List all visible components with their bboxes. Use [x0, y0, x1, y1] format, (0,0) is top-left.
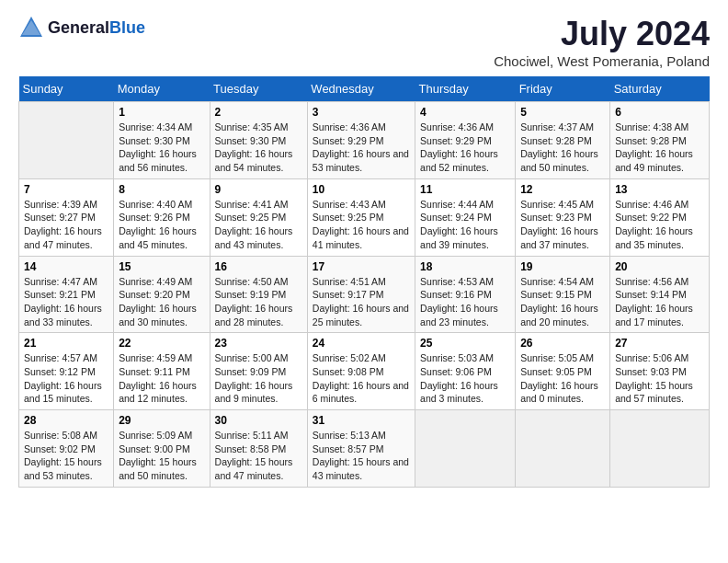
day-number: 4: [420, 106, 510, 119]
day-info: Sunrise: 5:05 AMSunset: 9:05 PMDaylight:…: [520, 351, 605, 406]
day-info: Sunrise: 4:50 AMSunset: 9:19 PMDaylight:…: [215, 275, 302, 329]
day-info: Sunrise: 4:51 AMSunset: 9:17 PMDaylight:…: [313, 275, 410, 329]
calendar-cell: 24Sunrise: 5:02 AMSunset: 9:08 PMDayligh…: [307, 333, 415, 410]
calendar-cell: 3Sunrise: 4:36 AMSunset: 9:29 PMDaylight…: [307, 102, 415, 179]
calendar-cell: 25Sunrise: 5:03 AMSunset: 9:06 PMDayligh…: [415, 333, 516, 410]
day-number: 21: [24, 337, 108, 350]
day-info: Sunrise: 5:06 AMSunset: 9:03 PMDaylight:…: [615, 351, 704, 406]
day-info: Sunrise: 4:40 AMSunset: 9:26 PMDaylight:…: [119, 198, 204, 252]
day-info: Sunrise: 4:53 AMSunset: 9:16 PMDaylight:…: [420, 275, 510, 329]
day-number: 12: [520, 183, 605, 196]
day-number: 31: [313, 414, 410, 427]
day-info: Sunrise: 4:43 AMSunset: 9:25 PMDaylight:…: [313, 198, 410, 252]
calendar-cell: 15Sunrise: 4:49 AMSunset: 9:20 PMDayligh…: [114, 256, 210, 333]
header-day-friday: Friday: [516, 76, 610, 102]
week-row-1: 1Sunrise: 4:34 AMSunset: 9:30 PMDaylight…: [19, 102, 710, 179]
day-number: 24: [313, 337, 410, 350]
day-info: Sunrise: 4:45 AMSunset: 9:23 PMDaylight:…: [520, 198, 605, 252]
calendar-table: SundayMondayTuesdayWednesdayThursdayFrid…: [18, 76, 710, 488]
calendar-header-row: SundayMondayTuesdayWednesdayThursdayFrid…: [19, 76, 710, 102]
calendar-cell: [415, 410, 516, 488]
day-number: 15: [119, 260, 204, 273]
day-info: Sunrise: 4:54 AMSunset: 9:15 PMDaylight:…: [520, 275, 605, 329]
day-number: 20: [615, 260, 704, 273]
day-number: 23: [215, 337, 302, 350]
day-number: 30: [215, 414, 302, 427]
day-number: 18: [420, 260, 510, 273]
calendar-cell: 11Sunrise: 4:44 AMSunset: 9:24 PMDayligh…: [415, 178, 516, 256]
day-info: Sunrise: 5:09 AMSunset: 9:00 PMDaylight:…: [119, 429, 204, 483]
day-info: Sunrise: 4:44 AMSunset: 9:24 PMDaylight:…: [420, 198, 510, 252]
day-number: 26: [520, 337, 605, 350]
day-info: Sunrise: 4:39 AMSunset: 9:27 PMDaylight:…: [24, 198, 108, 252]
calendar-cell: 1Sunrise: 4:34 AMSunset: 9:30 PMDaylight…: [114, 102, 210, 179]
day-number: 1: [119, 106, 204, 119]
subtitle: Chociwel, West Pomerania, Poland: [494, 53, 710, 69]
day-number: 17: [313, 260, 410, 273]
day-number: 19: [520, 260, 605, 273]
calendar-cell: 28Sunrise: 5:08 AMSunset: 9:02 PMDayligh…: [19, 410, 114, 488]
day-info: Sunrise: 5:13 AMSunset: 8:57 PMDaylight:…: [313, 429, 410, 483]
header-day-thursday: Thursday: [415, 76, 516, 102]
day-info: Sunrise: 5:08 AMSunset: 9:02 PMDaylight:…: [24, 429, 108, 483]
header-day-sunday: Sunday: [19, 76, 114, 102]
day-info: Sunrise: 4:36 AMSunset: 9:29 PMDaylight:…: [313, 121, 410, 175]
day-number: 8: [119, 183, 204, 196]
calendar-cell: 21Sunrise: 4:57 AMSunset: 9:12 PMDayligh…: [19, 333, 114, 410]
day-info: Sunrise: 5:03 AMSunset: 9:06 PMDaylight:…: [420, 351, 510, 406]
day-number: 3: [313, 106, 410, 119]
day-number: 6: [615, 106, 704, 119]
calendar-cell: 16Sunrise: 4:50 AMSunset: 9:19 PMDayligh…: [210, 256, 307, 333]
calendar-cell: [19, 102, 114, 179]
calendar-cell: 18Sunrise: 4:53 AMSunset: 9:16 PMDayligh…: [415, 256, 516, 333]
calendar-cell: 29Sunrise: 5:09 AMSunset: 9:00 PMDayligh…: [114, 410, 210, 488]
day-number: 11: [420, 183, 510, 196]
logo-icon: [18, 15, 44, 40]
calendar-cell: 22Sunrise: 4:59 AMSunset: 9:11 PMDayligh…: [114, 333, 210, 410]
calendar-cell: 12Sunrise: 4:45 AMSunset: 9:23 PMDayligh…: [516, 178, 610, 256]
day-info: Sunrise: 5:00 AMSunset: 9:09 PMDaylight:…: [215, 351, 302, 406]
day-info: Sunrise: 4:49 AMSunset: 9:20 PMDaylight:…: [119, 275, 204, 329]
day-info: Sunrise: 4:47 AMSunset: 9:21 PMDaylight:…: [24, 275, 108, 329]
week-row-3: 14Sunrise: 4:47 AMSunset: 9:21 PMDayligh…: [19, 256, 710, 333]
day-number: 22: [119, 337, 204, 350]
day-number: 10: [313, 183, 410, 196]
day-number: 2: [215, 106, 302, 119]
calendar-cell: 23Sunrise: 5:00 AMSunset: 9:09 PMDayligh…: [210, 333, 307, 410]
day-info: Sunrise: 4:56 AMSunset: 9:14 PMDaylight:…: [615, 275, 704, 329]
calendar-cell: 8Sunrise: 4:40 AMSunset: 9:26 PMDaylight…: [114, 178, 210, 256]
header-day-tuesday: Tuesday: [210, 76, 307, 102]
day-info: Sunrise: 4:59 AMSunset: 9:11 PMDaylight:…: [119, 351, 204, 406]
day-info: Sunrise: 5:02 AMSunset: 9:08 PMDaylight:…: [313, 351, 410, 406]
calendar-cell: 30Sunrise: 5:11 AMSunset: 8:58 PMDayligh…: [210, 410, 307, 488]
calendar-cell: 6Sunrise: 4:38 AMSunset: 9:28 PMDaylight…: [610, 102, 710, 179]
day-info: Sunrise: 4:36 AMSunset: 9:29 PMDaylight:…: [420, 121, 510, 175]
page-header: GeneralBlue July 2024 Chociwel, West Pom…: [18, 15, 710, 69]
calendar-cell: [516, 410, 610, 488]
calendar-cell: 19Sunrise: 4:54 AMSunset: 9:15 PMDayligh…: [516, 256, 610, 333]
day-number: 25: [420, 337, 510, 350]
header-day-wednesday: Wednesday: [307, 76, 415, 102]
calendar-cell: 13Sunrise: 4:46 AMSunset: 9:22 PMDayligh…: [610, 178, 710, 256]
day-number: 29: [119, 414, 204, 427]
title-block: July 2024 Chociwel, West Pomerania, Pola…: [494, 15, 710, 69]
calendar-cell: 17Sunrise: 4:51 AMSunset: 9:17 PMDayligh…: [307, 256, 415, 333]
day-number: 28: [24, 414, 108, 427]
calendar-cell: 9Sunrise: 4:41 AMSunset: 9:25 PMDaylight…: [210, 178, 307, 256]
day-number: 16: [215, 260, 302, 273]
calendar-cell: 4Sunrise: 4:36 AMSunset: 9:29 PMDaylight…: [415, 102, 516, 179]
day-info: Sunrise: 4:57 AMSunset: 9:12 PMDaylight:…: [24, 351, 108, 406]
calendar-cell: 2Sunrise: 4:35 AMSunset: 9:30 PMDaylight…: [210, 102, 307, 179]
day-info: Sunrise: 4:37 AMSunset: 9:28 PMDaylight:…: [520, 121, 605, 175]
week-row-4: 21Sunrise: 4:57 AMSunset: 9:12 PMDayligh…: [19, 333, 710, 410]
day-info: Sunrise: 5:11 AMSunset: 8:58 PMDaylight:…: [215, 429, 302, 483]
calendar-cell: 7Sunrise: 4:39 AMSunset: 9:27 PMDaylight…: [19, 178, 114, 256]
day-number: 13: [615, 183, 704, 196]
week-row-5: 28Sunrise: 5:08 AMSunset: 9:02 PMDayligh…: [19, 410, 710, 488]
header-day-saturday: Saturday: [610, 76, 710, 102]
day-info: Sunrise: 4:38 AMSunset: 9:28 PMDaylight:…: [615, 121, 704, 175]
calendar-cell: 20Sunrise: 4:56 AMSunset: 9:14 PMDayligh…: [610, 256, 710, 333]
calendar-cell: 10Sunrise: 4:43 AMSunset: 9:25 PMDayligh…: [307, 178, 415, 256]
day-number: 27: [615, 337, 704, 350]
logo: GeneralBlue: [18, 15, 145, 40]
